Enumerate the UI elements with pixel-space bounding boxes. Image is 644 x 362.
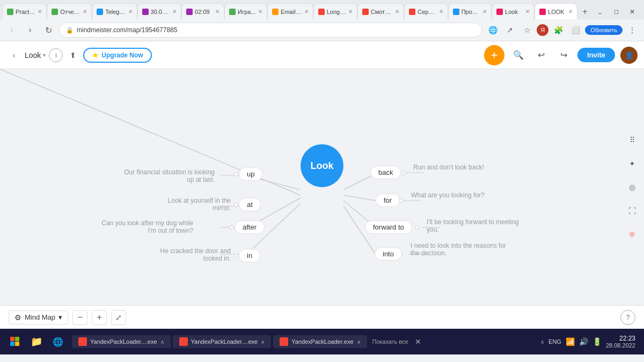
tab-look1[interactable]: Look ✕ <box>492 3 535 19</box>
minimize-button[interactable]: ⎽ <box>592 4 608 19</box>
help-button[interactable]: ? <box>620 310 635 325</box>
zoom-out-button[interactable]: − <box>72 310 87 325</box>
magic-icon[interactable]: ✦ <box>624 155 641 172</box>
tab-email[interactable]: Email ... ✕ <box>267 3 313 19</box>
tab-close[interactable]: ✕ <box>215 9 219 14</box>
show-all-button[interactable]: Показать все <box>368 336 413 347</box>
close-button[interactable]: ✕ <box>625 4 640 19</box>
tab-close[interactable]: ✕ <box>482 9 487 14</box>
tab-close[interactable]: ✕ <box>348 9 353 14</box>
tab-close[interactable]: ✕ <box>439 9 443 14</box>
apps-icon[interactable]: ❊ <box>624 226 641 243</box>
back-button[interactable]: ‹ <box>6 48 21 63</box>
tab-telegram[interactable]: Telegr... ✕ <box>92 3 137 19</box>
taskbar-chrome[interactable]: 🌐 <box>48 332 68 351</box>
tab-favicon <box>142 9 149 15</box>
tab-smoti[interactable]: Смоти... ✕ <box>357 3 405 19</box>
wifi-icon[interactable]: 📶 <box>566 337 575 346</box>
translate-icon[interactable]: 🌐 <box>485 23 500 38</box>
tab-close[interactable]: ✕ <box>128 9 133 14</box>
download-chevron-2[interactable]: ∧ <box>261 339 265 345</box>
taskbar-lang[interactable]: ENG <box>548 338 561 345</box>
node-at[interactable]: at <box>239 198 261 211</box>
zoom-in-button[interactable]: + <box>92 310 107 325</box>
node-up[interactable]: up <box>239 167 262 181</box>
taskbar-time[interactable]: 22:23 28.08.2022 <box>606 335 635 349</box>
mind-map-button[interactable]: ⚙ Mind Map ▾ <box>9 311 68 324</box>
start-button[interactable] <box>4 331 26 352</box>
tab-favicon <box>52 9 58 15</box>
info-button[interactable]: i <box>49 48 63 62</box>
back-nav-button[interactable]: ‹ <box>4 23 19 38</box>
forward-nav-button[interactable]: › <box>23 23 38 38</box>
taskbar-file-explorer[interactable]: 📁 <box>27 332 46 351</box>
reload-button[interactable]: ↻ <box>41 23 56 38</box>
download-item-2[interactable]: YandexPackLoader....exe ∧ <box>173 335 272 348</box>
example-up: Our financial situation is looking up at… <box>118 168 215 183</box>
tab-longi[interactable]: Longi... ✕ <box>313 3 357 19</box>
download-item-1[interactable]: YandexPackLoader....exe ∧ <box>72 335 171 348</box>
node-back[interactable]: back <box>370 166 401 179</box>
invite-button[interactable]: Invite <box>577 48 615 62</box>
tab-close[interactable]: ✕ <box>38 9 42 14</box>
battery-icon[interactable]: 🔋 <box>592 337 602 346</box>
new-tab-button[interactable]: + <box>577 4 592 19</box>
taskbar-downloads-close[interactable]: ✕ <box>413 335 423 348</box>
tab-practi[interactable]: Practi... ✕ <box>2 3 47 19</box>
download-item-3[interactable]: YandexPackLoader.exe ∧ <box>273 335 367 348</box>
node-forward-to[interactable]: forward to <box>365 220 412 234</box>
user-avatar[interactable]: 👤 <box>620 47 638 64</box>
share-icon[interactable]: ↗ <box>502 23 517 38</box>
tab-close[interactable]: ✕ <box>568 9 573 14</box>
maximize-button[interactable]: ☐ <box>609 4 624 19</box>
taskbar-chevron[interactable]: ∧ <box>540 339 544 345</box>
tab-look2-active[interactable]: LOOK ✕ <box>535 3 577 19</box>
center-node[interactable]: Look <box>301 144 343 187</box>
target-icon[interactable]: ◎ <box>624 179 641 196</box>
tab-seri[interactable]: Сери... ✕ <box>404 3 448 19</box>
undo-button[interactable]: ↩ <box>532 47 550 64</box>
upgrade-button[interactable]: ★ Upgrade Now <box>83 48 151 63</box>
download-chevron-3[interactable]: ∧ <box>357 339 361 345</box>
fit-button[interactable]: ⤢ <box>111 310 126 325</box>
tab-favicon <box>186 9 193 15</box>
tab-close[interactable]: ✕ <box>525 9 530 14</box>
mind-map-dropdown-arrow: ▾ <box>58 313 62 321</box>
bookmark-icon[interactable]: ☆ <box>519 23 535 38</box>
tab-close[interactable]: ✕ <box>395 9 399 14</box>
mind-map-icon: ⚙ <box>14 313 21 322</box>
node-into[interactable]: into <box>375 247 402 261</box>
node-in[interactable]: in <box>239 249 260 262</box>
volume-icon[interactable]: 🔊 <box>579 337 588 346</box>
tab-title: LOOK <box>548 9 566 15</box>
upload-button[interactable]: ⬆ <box>66 48 80 62</box>
address-bar[interactable]: 🔒 mindmeister.com/map/1954677885 <box>59 23 482 38</box>
search-button[interactable]: 🔍 <box>510 47 527 64</box>
redo-button[interactable]: ↪ <box>555 47 572 64</box>
example-into: I need to look into the reasons for the … <box>411 242 507 257</box>
fullscreen-icon[interactable]: ⛶ <box>624 202 641 219</box>
tab-close[interactable]: ✕ <box>83 9 87 14</box>
update-button[interactable]: Обновить <box>585 25 623 35</box>
tab-0209[interactable]: 02:09 ✕ <box>181 3 224 19</box>
tab-prod[interactable]: Прод... ✕ <box>448 3 492 19</box>
extension-icon[interactable]: 🧩 <box>551 23 566 38</box>
menu-icon[interactable]: ⋮ <box>625 23 640 38</box>
node-after[interactable]: after <box>235 220 265 234</box>
tab-otchet[interactable]: Отчет... ✕ <box>47 3 92 19</box>
download-chevron-1[interactable]: ∧ <box>160 339 164 345</box>
download-icon-2 <box>179 337 188 346</box>
tab-3008[interactable]: 30.08... ✕ <box>137 3 182 19</box>
grid-icon[interactable]: ⠿ <box>624 131 641 149</box>
tab-close[interactable]: ✕ <box>258 9 262 14</box>
tab-close[interactable]: ✕ <box>304 9 309 14</box>
node-for[interactable]: for <box>376 194 400 207</box>
tab-close[interactable]: ✕ <box>172 9 177 14</box>
profile-icon[interactable]: Я <box>537 24 548 36</box>
main-canvas: Look up Our financial situation is looki… <box>0 69 644 305</box>
tab-game[interactable]: Игра... ✕ <box>224 3 267 19</box>
sidebar-toggle-icon[interactable]: ⬜ <box>568 23 583 38</box>
app-title[interactable]: Look ▾ <box>25 51 46 60</box>
node-in-label: in <box>247 252 252 260</box>
add-button[interactable]: + <box>484 45 504 65</box>
